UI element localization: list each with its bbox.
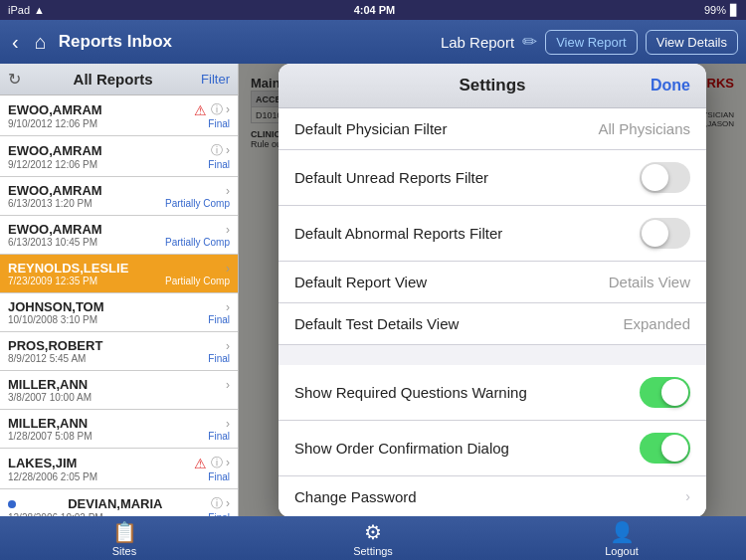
main-content: ↻ All Reports Filter EWOO,AMRAM⚠ⓘ ›9/10/… xyxy=(0,64,746,516)
time-label: 4:04 PM xyxy=(354,4,396,16)
settings-row[interactable]: Default Unread Reports Filter xyxy=(279,150,706,206)
pencil-icon: ✏ xyxy=(522,31,537,53)
alert-icon: ⚠ xyxy=(194,456,207,471)
tab-bar: 📋Sites⚙Settings👤Logout xyxy=(0,516,746,560)
modal-overlay: Settings Done Default Physician FilterAl… xyxy=(239,64,746,516)
home-button[interactable]: ⌂ xyxy=(31,31,51,54)
chevron-icon: › xyxy=(226,417,230,431)
chevron-icon: › xyxy=(226,223,230,237)
patient-item[interactable]: REYNOLDS,LESLIE›7/23/2009 12:35 PMPartia… xyxy=(0,255,238,293)
settings-row[interactable]: Show Required Questions Warning xyxy=(279,365,706,421)
tab-label: Sites xyxy=(112,545,136,557)
patient-name: EWOO,AMRAM xyxy=(8,143,102,158)
patient-status: Partially Comp xyxy=(165,198,230,209)
patient-name: REYNOLDS,LESLIE xyxy=(8,261,128,276)
patient-item[interactable]: EWOO,AMRAM›6/13/2013 10:45 PMPartially C… xyxy=(0,216,238,255)
right-panel: Main Laboratory ACCESSION REPORT STATUS … xyxy=(239,64,746,516)
patient-name: EWOO,AMRAM xyxy=(8,102,102,117)
patient-status: Partially Comp xyxy=(165,276,230,286)
info-icon[interactable]: ⓘ › xyxy=(211,142,230,159)
tab-settings[interactable]: ⚙Settings xyxy=(249,520,497,557)
settings-label: Default Unread Reports Filter xyxy=(294,169,488,186)
nav-title: Reports Inbox xyxy=(59,32,433,52)
modal-title: Settings xyxy=(294,76,690,95)
patient-date: 12/28/2006 10:02 PM xyxy=(8,512,103,516)
patient-date: 6/13/2013 1:20 PM xyxy=(8,198,93,209)
patient-status: Final xyxy=(208,431,230,442)
modal-body: Default Physician FilterAll PhysiciansDe… xyxy=(279,108,706,517)
settings-label: Default Abnormal Reports Filter xyxy=(294,225,502,242)
toggle-knob xyxy=(661,435,688,462)
patient-name: JOHNSON,TOM xyxy=(8,299,104,314)
patient-status: Final xyxy=(208,353,230,364)
chevron-icon: › xyxy=(226,300,230,314)
patient-date: 3/8/2007 10:00 AM xyxy=(8,392,92,403)
alert-icon: ⚠ xyxy=(194,102,207,118)
patient-date: 8/9/2012 5:45 AM xyxy=(8,353,86,364)
patient-status: Final xyxy=(208,471,230,482)
patient-status: Final xyxy=(208,314,230,325)
settings-label: Default Test Details View xyxy=(294,315,459,332)
patient-item[interactable]: MILLER,ANN›3/8/2007 10:00 AM xyxy=(0,371,238,410)
battery-icon: ▊ xyxy=(730,4,738,17)
settings-row[interactable]: Default Abnormal Reports Filter xyxy=(279,206,706,262)
patient-item[interactable]: EWOO,AMRAMⓘ ›9/12/2012 12:06 PMFinal xyxy=(0,136,238,177)
modal-header: Settings Done xyxy=(279,64,706,108)
tab-sites[interactable]: 📋Sites xyxy=(0,520,249,557)
toggle-switch[interactable] xyxy=(640,433,690,464)
patient-item[interactable]: DEVIAN,MARIAⓘ ›12/28/2006 10:02 PMFinal xyxy=(0,489,238,516)
patient-item[interactable]: LAKES,JIM⚠ⓘ ›12/28/2006 2:05 PMFinal xyxy=(0,449,238,489)
view-details-button[interactable]: View Details xyxy=(646,30,738,55)
patient-status: Partially Comp xyxy=(165,237,230,248)
patient-date: 1/28/2007 5:08 PM xyxy=(8,431,93,442)
patient-date: 10/10/2008 3:10 PM xyxy=(8,314,97,325)
settings-value: Expanded xyxy=(623,315,690,332)
toggle-switch[interactable] xyxy=(640,218,690,249)
info-icon[interactable]: ⓘ › xyxy=(211,455,230,471)
info-icon[interactable]: ⓘ › xyxy=(211,495,230,512)
patient-item[interactable]: EWOO,AMRAM⚠ⓘ ›9/10/2012 12:06 PMFinal xyxy=(0,95,238,136)
patient-list: EWOO,AMRAM⚠ⓘ ›9/10/2012 12:06 PMFinalEWO… xyxy=(0,95,238,516)
settings-modal: Settings Done Default Physician FilterAl… xyxy=(279,64,706,516)
patient-item[interactable]: JOHNSON,TOM›10/10/2008 3:10 PMFinal xyxy=(0,293,238,332)
toggle-knob xyxy=(661,379,688,406)
patient-name: PROS,ROBERT xyxy=(8,338,102,353)
left-panel: ↻ All Reports Filter EWOO,AMRAM⚠ⓘ ›9/10/… xyxy=(0,64,239,516)
toggle-knob xyxy=(642,220,668,247)
info-icon[interactable]: ⓘ › xyxy=(211,101,230,118)
carrier-label: iPad xyxy=(8,4,30,16)
patient-status: Final xyxy=(208,118,230,129)
patient-item[interactable]: MILLER,ANN›1/28/2007 5:08 PMFinal xyxy=(0,410,238,449)
refresh-button[interactable]: ↻ xyxy=(8,70,21,89)
lab-report-label: Lab Report xyxy=(441,34,514,51)
status-left: iPad ▲ xyxy=(8,4,45,16)
settings-row: Default Report ViewDetails View xyxy=(279,262,706,303)
patient-status: Final xyxy=(208,159,230,170)
battery-label: 99% xyxy=(704,4,726,16)
settings-row[interactable]: Change Password› xyxy=(279,476,706,517)
patient-name: EWOO,AMRAM xyxy=(8,183,102,198)
tab-label: Settings xyxy=(353,545,393,557)
settings-row[interactable]: Show Order Confirmation Dialog xyxy=(279,421,706,476)
patient-name: MILLER,ANN xyxy=(8,416,88,431)
patient-item[interactable]: EWOO,AMRAM›6/13/2013 1:20 PMPartially Co… xyxy=(0,177,238,216)
tab-icon: 👤 xyxy=(610,520,635,544)
chevron-icon: › xyxy=(226,339,230,353)
tab-logout[interactable]: 👤Logout xyxy=(497,520,746,557)
settings-label: Default Report View xyxy=(294,274,427,290)
patient-item[interactable]: PROS,ROBERT›8/9/2012 5:45 AMFinal xyxy=(0,332,238,371)
back-button[interactable]: ‹ xyxy=(8,31,23,54)
patient-name: MILLER,ANN xyxy=(8,377,88,392)
nav-bar: ‹ ⌂ Reports Inbox Lab Report ✏ View Repo… xyxy=(0,20,746,64)
patient-name: LAKES,JIM xyxy=(8,456,77,470)
wifi-icon: ▲ xyxy=(34,4,45,16)
toggle-switch[interactable] xyxy=(640,162,690,193)
patient-date: 7/23/2009 12:35 PM xyxy=(8,276,97,286)
modal-done-button[interactable]: Done xyxy=(651,77,690,94)
filter-button[interactable]: Filter xyxy=(201,72,230,87)
chevron-icon: › xyxy=(685,488,690,504)
unread-dot xyxy=(8,500,16,508)
toggle-switch[interactable] xyxy=(640,377,690,408)
view-report-button[interactable]: View Report xyxy=(545,30,638,55)
toggle-knob xyxy=(642,164,668,191)
